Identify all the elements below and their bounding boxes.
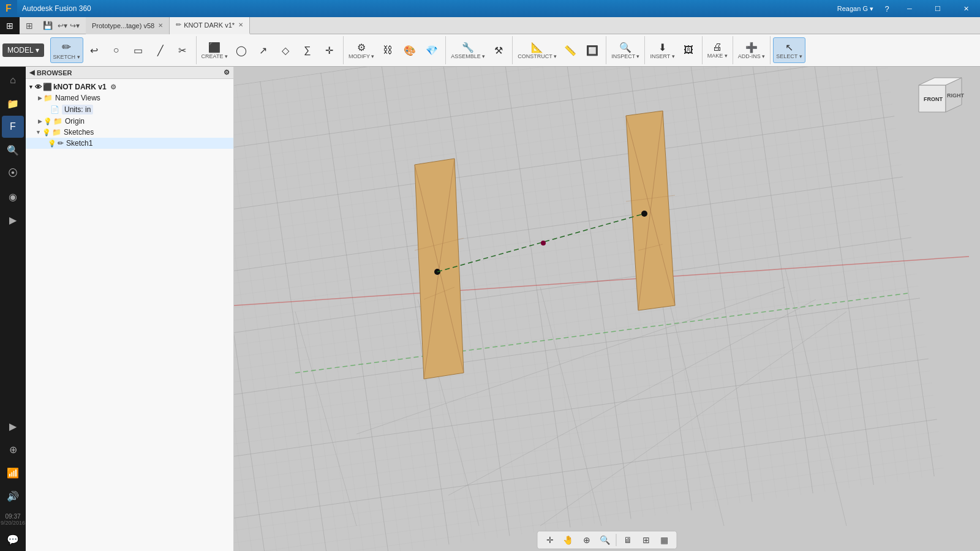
named-views-expand-icon[interactable]: ▶ — [38, 95, 42, 101]
sketches-collapse-icon[interactable]: ▼ — [36, 129, 41, 135]
viewport[interactable]: FRONT RIGHT ✛ 🤚 ⊕ 🔍 🖥 ⊞ ▦ — [234, 67, 980, 551]
browser-collapse-icon[interactable]: ◀ — [29, 69, 34, 77]
modify-button[interactable]: ⚙ MODIFY ▾ — [346, 37, 377, 63]
vp-orbit-button[interactable]: ✛ — [541, 533, 559, 547]
model-dropdown[interactable]: MODEL ▾ — [2, 43, 44, 57]
svg-text:FRONT: FRONT — [924, 96, 943, 102]
browser-named-views-item[interactable]: ▶ 📁 Named Views — [26, 92, 233, 103]
joint-button[interactable]: ⛓ — [377, 37, 399, 63]
undo-button[interactable]: ↩▾ — [56, 21, 69, 30]
create-extrude-button[interactable]: ⬛ CREATE ▾ — [199, 37, 230, 63]
sketches-label: Sketches — [64, 128, 94, 137]
construct-button[interactable]: 📐 CONSTRUCT ▾ — [515, 37, 559, 63]
vp-fit-button[interactable]: 🔍 — [597, 533, 614, 547]
maximize-button[interactable]: ☐ — [924, 0, 952, 17]
browser-origin-item[interactable]: ▶ 💡 📁 Origin — [26, 116, 233, 127]
origin-visible-icon[interactable]: 💡 — [43, 118, 52, 126]
sidebar-render-icon[interactable]: ◉ — [2, 186, 24, 208]
sketch1-label: Sketch1 — [66, 139, 92, 148]
sketch-line-button[interactable]: ╱ — [149, 37, 172, 63]
sidebar-design-icon[interactable]: F — [2, 116, 24, 138]
vp-pan-button[interactable]: 🤚 — [560, 533, 577, 547]
sidebar-data-icon[interactable]: 📁 — [2, 92, 24, 114]
finish-sketch-button[interactable]: ↩ — [83, 37, 105, 63]
create-move-button[interactable]: ✛ — [318, 37, 341, 63]
svg-text:RIGHT: RIGHT — [947, 92, 965, 99]
tab-knot-dark-close[interactable]: ✕ — [238, 21, 243, 28]
construct3-button[interactable]: 🔲 — [581, 37, 603, 63]
redo-button[interactable]: ↪▾ — [69, 21, 81, 30]
toolbar-assemble-section: 🔧 ASSEMBLE ▾ ⚒ — [446, 36, 513, 64]
nav-cube[interactable]: FRONT RIGHT — [913, 73, 974, 122]
appearance-button[interactable]: 🎨 — [399, 37, 421, 63]
vp-separator1 — [616, 534, 617, 546]
sidebar-volume-icon[interactable]: 🔊 — [2, 485, 24, 507]
sidebar-network-icon[interactable]: ⊕ — [2, 438, 24, 460]
toolbar-create-section: ⬛ CREATE ▾ ◯ ↗ ◇ ∑ ✛ — [197, 36, 344, 64]
construct2-button[interactable]: 📏 — [559, 37, 581, 63]
create-sweep-button[interactable]: ↗ — [252, 37, 274, 63]
help-button[interactable]: ? — [878, 0, 895, 17]
sketch-rect-button[interactable]: ▭ — [127, 37, 149, 63]
sidebar-expand-icon[interactable]: ▶ — [2, 415, 24, 437]
root-visible-icon[interactable]: 👁 — [35, 83, 42, 91]
user-name[interactable]: Reagan G ▾ — [837, 5, 873, 13]
inspect-button[interactable]: 🔍 INSPECT ▾ — [609, 37, 642, 63]
browser-header: ◀ BROWSER ⚙ — [26, 67, 233, 79]
sidebar-wifi-icon[interactable]: 📶 — [2, 462, 24, 484]
nav-cube-svg: FRONT RIGHT — [913, 73, 974, 122]
root-collapse-icon: ▼ — [28, 84, 34, 90]
browser-panel: ◀ BROWSER ⚙ ▼ 👁 ⬛ kNOT DARK v1 ⚙ ▶ 📁 Nam… — [26, 67, 234, 551]
insert-button[interactable]: ⬇ INSERT ▾ — [647, 37, 677, 63]
viewport-canvas — [234, 67, 980, 551]
origin-folder-icon: 📁 — [53, 117, 62, 126]
browser-settings-icon[interactable]: ⚙ — [224, 69, 230, 77]
sketch-tool-button[interactable]: ✏ SKETCH ▾ — [50, 37, 83, 63]
sidebar-animation-icon[interactable]: ▶ — [2, 209, 24, 231]
sketches-visible-icon[interactable]: 💡 — [42, 129, 51, 137]
vp-grid-button[interactable]: ⊞ — [638, 533, 655, 547]
named-views-folder-icon: 📁 — [43, 94, 53, 102]
vp-viewport-button[interactable]: ▦ — [656, 533, 673, 547]
sketch-trim-button[interactable]: ✂ — [172, 37, 194, 63]
save-button[interactable]: 💾 — [39, 17, 56, 34]
create-loft-button[interactable]: ◇ — [274, 37, 296, 63]
named-views-label: Named Views — [55, 94, 100, 102]
sidebar-comment-icon[interactable]: 💬 — [2, 528, 24, 550]
vp-display-button[interactable]: 🖥 — [619, 533, 636, 547]
left-sidebar: ⌂ 📁 F 🔍 ⦿ ◉ ▶ ▶ ⊕ 📶 🔊 09:37 9/20/2016 💬 — [0, 67, 26, 551]
select-button[interactable]: ↖ SELECT ▾ — [773, 37, 805, 63]
root-settings-icon[interactable]: ⚙ — [110, 83, 116, 91]
close-button[interactable]: ✕ — [952, 0, 980, 17]
sidebar-home-icon[interactable]: ⌂ — [2, 69, 24, 91]
browser-root-item[interactable]: ▼ 👁 ⬛ kNOT DARK v1 ⚙ — [26, 81, 233, 92]
viewport-toolbar: ✛ 🤚 ⊕ 🔍 🖥 ⊞ ▦ — [537, 531, 677, 549]
tab-prototype[interactable]: Prototype...tage) v58 ✕ — [86, 17, 170, 34]
windows-start-icon[interactable]: ⊞ — [0, 17, 20, 34]
browser-units-item[interactable]: 📄 Units: in — [26, 103, 233, 116]
sidebar-inspect-icon[interactable]: ⦿ — [2, 162, 24, 184]
app-title: Autodesk Fusion 360 — [17, 4, 91, 13]
create-revolve-button[interactable]: ◯ — [230, 37, 252, 63]
create-sum-button[interactable]: ∑ — [296, 37, 318, 63]
tab-knot-dark[interactable]: ✏ KNOT DARK v1* ✕ — [170, 17, 250, 34]
minimize-button[interactable]: ─ — [895, 0, 924, 17]
canvas-button[interactable]: 🖼 — [677, 37, 699, 63]
vp-zoom-button[interactable]: ⊕ — [578, 533, 595, 547]
browser-sketches-item[interactable]: ▼ 💡 📁 Sketches — [26, 127, 233, 138]
browser-sketch1-item[interactable]: 💡 ✏ Sketch1 — [26, 138, 233, 149]
make-button[interactable]: 🖨 MAKE ▾ — [705, 37, 730, 63]
assemble-button[interactable]: 🔧 ASSEMBLE ▾ — [448, 37, 488, 63]
assemble2-button[interactable]: ⚒ — [488, 37, 510, 63]
origin-expand-icon[interactable]: ▶ — [38, 118, 42, 124]
sketch-circle-button[interactable]: ○ — [105, 37, 127, 63]
root-folder-icon: ⬛ — [43, 83, 52, 91]
render-button[interactable]: 💎 — [421, 37, 443, 63]
addins-button[interactable]: ➕ ADD-INS ▾ — [736, 37, 768, 63]
main-toolbar: MODEL ▾ ✏ SKETCH ▾ ↩ ○ ▭ ╱ ✂ — [0, 34, 980, 66]
sidebar-browser-icon[interactable]: 🔍 — [2, 139, 24, 161]
tab-prototype-close[interactable]: ✕ — [158, 22, 163, 29]
tab-prototype-label: Prototype...tage) v58 — [92, 22, 154, 29]
app-menu-button[interactable]: ⊞ — [20, 17, 39, 34]
sketch1-visible-icon[interactable]: 💡 — [48, 140, 56, 148]
